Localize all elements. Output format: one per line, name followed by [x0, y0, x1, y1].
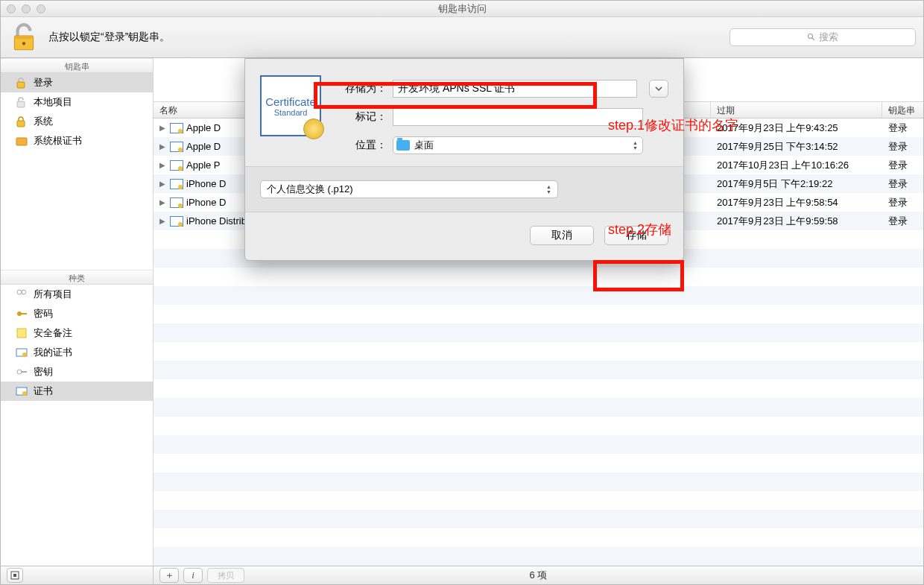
col-keychain[interactable]: 钥匙串	[882, 102, 923, 118]
row-expires: 2017年9月5日 下午2:19:22	[711, 177, 882, 191]
sidebar-item-label: 密码	[34, 307, 53, 320]
locked-icon	[16, 116, 28, 127]
row-keychain: 登录	[882, 215, 923, 228]
category-certs[interactable]: 证书	[1, 382, 153, 401]
stepper-icon: ▲▼	[546, 184, 551, 195]
disclosure-triangle-icon[interactable]: ▶	[159, 217, 167, 225]
location-value: 桌面	[414, 139, 434, 152]
col-expires[interactable]: 过期	[711, 102, 882, 118]
disclosure-triangle-icon[interactable]: ▶	[159, 142, 167, 151]
stepper-icon: ▲▼	[633, 140, 638, 151]
sidebar-item-label: 系统根证书	[34, 134, 82, 148]
copy-button[interactable]: 拷贝	[207, 568, 244, 583]
cert-icon	[16, 385, 28, 397]
lock-hint: 点按以锁定“登录”钥匙串。	[48, 31, 170, 44]
cert-icon	[170, 197, 183, 208]
save-button[interactable]: 存储	[604, 226, 668, 245]
svg-point-9	[17, 290, 22, 294]
search-input[interactable]: 搜索	[730, 28, 916, 46]
add-button[interactable]: ＋	[159, 568, 179, 583]
sidebar-item-system-roots[interactable]: 系统根证书	[1, 131, 153, 151]
svg-rect-8	[16, 138, 27, 145]
sidebar-item-login[interactable]: 登录	[1, 73, 153, 92]
row-name: iPhone D	[186, 178, 226, 189]
cert-icon	[170, 142, 183, 152]
expand-icon	[10, 571, 19, 580]
sidebar-item-local[interactable]: 本地项目	[1, 92, 153, 112]
svg-rect-13	[17, 329, 26, 338]
sidebar-item-label: 安全备注	[34, 326, 72, 340]
empty-row	[154, 268, 923, 286]
category-my-certs[interactable]: 我的证书	[1, 343, 153, 362]
tags-label: 标记：	[333, 110, 387, 124]
sidebar-item-label: 密钥	[34, 365, 53, 379]
sidebar-item-label: 所有项目	[34, 288, 72, 301]
category-keys[interactable]: 密钥	[1, 362, 153, 382]
expand-button[interactable]	[649, 80, 668, 98]
cert-icon	[170, 160, 183, 171]
location-select[interactable]: 桌面 ▲▼	[393, 136, 643, 154]
row-expires: 2017年10月23日 上午10:16:26	[711, 159, 882, 172]
tags-input[interactable]	[393, 108, 643, 126]
svg-rect-6	[17, 101, 25, 107]
empty-row	[154, 286, 923, 305]
empty-row	[154, 342, 923, 361]
save-as-input[interactable]	[393, 80, 637, 98]
empty-row	[154, 379, 923, 398]
row-keychain: 登录	[882, 159, 923, 172]
unlocked-icon	[16, 77, 28, 89]
cancel-button[interactable]: 取消	[530, 226, 594, 245]
row-expires: 2017年9月23日 上午9:59:58	[711, 215, 882, 228]
svg-point-10	[22, 290, 26, 294]
svg-point-2	[22, 42, 25, 45]
category-passwords[interactable]: 密码	[1, 304, 153, 323]
empty-row	[154, 323, 923, 342]
svg-line-4	[812, 38, 814, 40]
svg-point-25	[178, 166, 183, 171]
folder-icon	[16, 135, 28, 147]
format-value: 个人信息交换 (.p12)	[267, 183, 353, 196]
keychains-header: 钥匙串	[1, 58, 153, 73]
categories-header: 种类	[1, 270, 153, 285]
sidebar-item-label: 本地项目	[34, 95, 72, 109]
row-keychain: 登录	[882, 121, 923, 135]
cert-icon	[170, 216, 183, 227]
row-keychain: 登录	[882, 177, 923, 191]
chevron-down-icon	[654, 84, 663, 93]
svg-rect-12	[21, 313, 27, 314]
svg-point-19	[22, 391, 27, 396]
empty-row	[154, 361, 923, 379]
sidebar-item-label: 系统	[34, 115, 53, 128]
empty-row	[154, 491, 923, 510]
disclosure-triangle-icon[interactable]: ▶	[159, 180, 167, 188]
sidebar-item-label: 证书	[34, 385, 53, 398]
svg-point-3	[808, 34, 813, 39]
sidebar-item-label: 登录	[34, 76, 53, 89]
note-icon	[16, 327, 28, 339]
row-expires: 2017年9月23日 上午9:58:54	[711, 196, 882, 209]
svg-point-23	[178, 148, 183, 152]
svg-point-15	[22, 352, 27, 357]
empty-row	[154, 435, 923, 454]
empty-row	[154, 547, 923, 566]
row-name: Apple P	[186, 159, 221, 171]
svg-point-21	[178, 129, 183, 133]
search-placeholder: 搜索	[819, 31, 838, 44]
format-select[interactable]: 个人信息交换 (.p12) ▲▼	[260, 180, 558, 198]
row-name: Apple D	[186, 141, 221, 152]
disclosure-triangle-icon[interactable]: ▶	[159, 198, 167, 206]
view-toggle-button[interactable]	[7, 568, 23, 583]
empty-row	[154, 472, 923, 491]
disclosure-triangle-icon[interactable]: ▶	[159, 124, 167, 132]
save-dialog: Certificate Standard 存储为：	[244, 58, 684, 261]
titlebar: 钥匙串访问	[1, 1, 923, 17]
category-notes[interactable]: 安全备注	[1, 323, 153, 343]
item-count: 6 项	[154, 569, 923, 582]
info-button[interactable]: i	[183, 568, 203, 583]
lock-icon[interactable]	[8, 22, 39, 53]
unlocked-icon	[16, 96, 28, 108]
category-all[interactable]: 所有项目	[1, 285, 153, 304]
disclosure-triangle-icon[interactable]: ▶	[159, 161, 167, 169]
svg-rect-17	[21, 371, 27, 373]
sidebar-item-system[interactable]: 系统	[1, 112, 153, 131]
